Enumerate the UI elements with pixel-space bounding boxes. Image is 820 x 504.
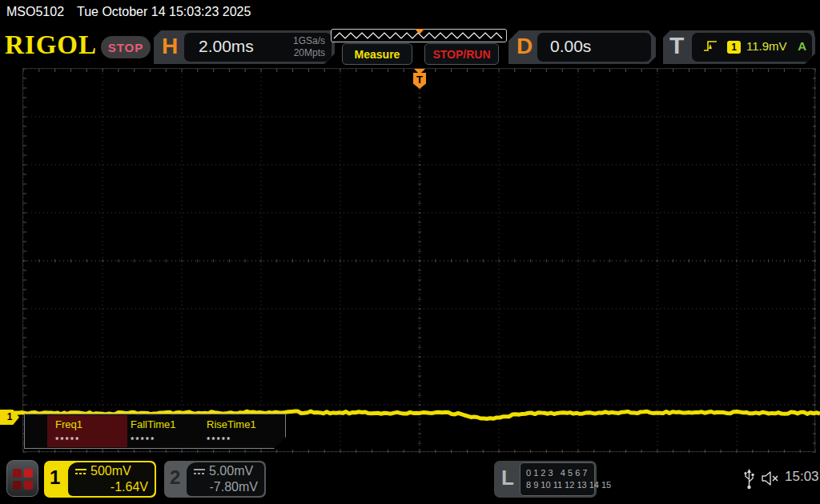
menu-button[interactable] — [6, 460, 38, 497]
trigger-slope-icon — [701, 39, 719, 53]
oscilloscope-screen: MSO5102 Tue October 14 15:03:23 2025 RIG… — [0, 0, 820, 504]
logic-row-2: 8 9 10 11 12 13 14 15 — [526, 480, 611, 490]
timebase-value: 2.00ms — [199, 37, 254, 56]
horizontal-label: H — [162, 34, 178, 59]
preview-trigger-position-icon — [415, 29, 424, 34]
measurement-value: ***** — [55, 435, 82, 445]
logic-row-1: 0 1 2 3 4 5 6 7 — [526, 468, 587, 478]
delay-inner: 0.00s — [537, 33, 651, 62]
trigger-inner: 1 11.9mV A — [692, 33, 812, 62]
delay-settings-block[interactable]: D 0.00s — [508, 30, 656, 64]
channel1-number: 1 — [50, 466, 60, 489]
trigger-mode-auto: A — [798, 39, 806, 53]
header-toolbar: RIGOL STOP H 2.00ms 1GSa/s 20Mpts Measur… — [0, 26, 820, 67]
channel1-scale-value: 500mV — [90, 464, 131, 478]
waveform-preview-strip[interactable] — [331, 29, 507, 42]
datetime-text: Tue October 14 15:03:23 2025 — [77, 5, 251, 19]
measure-button[interactable]: Measure — [342, 43, 412, 65]
channel1-offset-value: -1.64V — [111, 480, 148, 494]
channel2-scale: 5.00mV — [193, 464, 253, 478]
channel1-button[interactable]: 1 500mV -1.64V — [44, 461, 156, 498]
model-name: MSO5102 — [6, 5, 64, 19]
logic-analyzer-label: L — [501, 466, 514, 490]
clock: 15:03 — [785, 469, 819, 485]
horizontal-inner: 2.00ms 1GSa/s 20Mpts — [184, 33, 332, 62]
memory-depth: 20Mpts — [293, 47, 325, 59]
delay-value: 0.00s — [550, 37, 591, 56]
horizontal-settings-block[interactable]: H 2.00ms 1GSa/s 20Mpts — [154, 30, 335, 64]
measurement-label: RiseTime1 — [207, 418, 256, 430]
acquisition-rates: 1GSa/s 20Mpts — [293, 35, 325, 59]
channel2-values: 5.00mV -7.80mV — [187, 462, 264, 496]
measurement-value: ***** — [131, 435, 176, 445]
trigger-source-badge: 1 — [727, 41, 741, 54]
channel1-scale: 500mV — [74, 464, 131, 478]
speaker-muted-icon — [761, 470, 782, 486]
measurement-item[interactable]: RiseTime1 ***** — [207, 418, 256, 445]
channel2-scale-value: 5.00mV — [209, 464, 253, 478]
sample-rate: 1GSa/s — [293, 35, 325, 47]
channel2-offset-value: -7.80mV — [210, 480, 258, 494]
dc-coupling-icon — [74, 467, 87, 476]
stop-run-button[interactable]: STOP/RUN — [424, 43, 499, 65]
menu-grid-icon — [13, 481, 22, 490]
trigger-position-marker[interactable]: T — [414, 69, 425, 91]
top-status-bar: MSO5102 Tue October 14 15:03:23 2025 — [0, 0, 820, 24]
measurement-label: FallTime1 — [131, 418, 176, 430]
logic-channel-list: 0 1 2 3 4 5 6 7 8 9 10 11 12 13 14 15 — [520, 462, 595, 496]
run-state-badge[interactable]: STOP — [101, 36, 151, 58]
measurement-label: Freq1 — [55, 418, 82, 430]
trigger-settings-block[interactable]: T 1 11.9mV A — [663, 30, 815, 64]
menu-grid-icon — [24, 469, 33, 478]
usb-icon — [743, 467, 755, 490]
dc-coupling-icon — [193, 467, 206, 476]
measurement-item[interactable]: FallTime1 ***** — [131, 418, 176, 445]
trigger-level-value: 11.9mV — [746, 39, 787, 53]
trigger-position-badge: T — [413, 73, 426, 89]
logic-analyzer-button[interactable]: L 0 1 2 3 4 5 6 7 8 9 10 11 12 13 14 15 — [494, 461, 597, 498]
measurement-item[interactable]: Freq1 ***** — [55, 418, 82, 445]
delay-label: D — [517, 34, 533, 59]
trigger-label: T — [669, 32, 684, 59]
menu-grid-icon — [13, 469, 22, 478]
bottom-status-bar: 1 500mV -1.64V 2 — [0, 454, 820, 504]
menu-grid-icon — [24, 481, 33, 490]
channel1-values: 500mV -1.64V — [68, 462, 155, 496]
rigol-logo: RIGOL — [5, 30, 97, 60]
channel2-button[interactable]: 2 5.00mV -7.80mV — [164, 461, 266, 498]
measurement-value: ***** — [207, 435, 256, 445]
measurement-panel[interactable]: Freq1 ***** FallTime1 ***** RiseTime1 **… — [24, 414, 286, 449]
channel2-number: 2 — [170, 466, 180, 489]
